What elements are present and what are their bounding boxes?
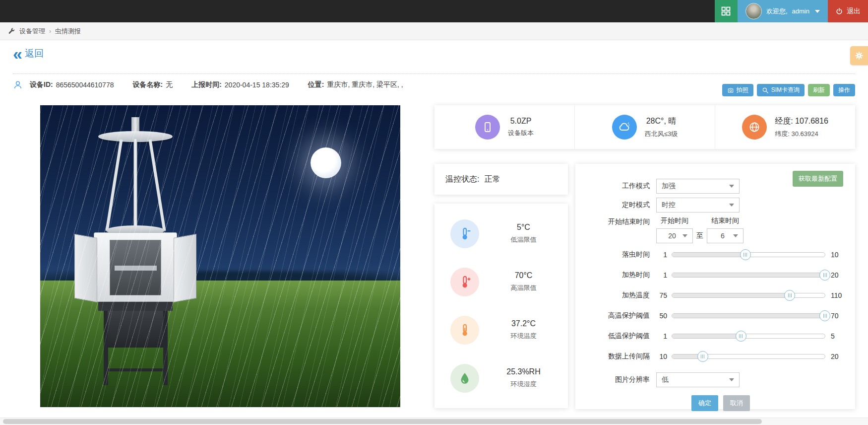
fetch-latest-config-button[interactable]: 获取最新配置 <box>793 171 843 187</box>
timer-mode-select[interactable]: 时控 <box>656 198 740 212</box>
weather-card: 28C°, 晴西北风≤3级 <box>574 105 715 149</box>
action-buttons: 拍照 SIM卡查询 刷新 操作 <box>722 84 855 96</box>
time-range-label: 开始结束时间 <box>575 217 650 226</box>
device-name: 设备名称: 无 <box>132 80 173 89</box>
device-location: 位置: 重庆市, 重庆市, 梁平区, , <box>308 80 403 89</box>
username: admin <box>792 7 809 15</box>
sensor-row-low-temp: 5°C低温限值 <box>434 219 568 248</box>
chevron-down-icon <box>682 234 687 237</box>
time-range-row: 开始结束时间 开始时间 20 至 结束时间 6 <box>575 216 855 243</box>
qr-code-button[interactable] <box>715 0 738 22</box>
settings-tab[interactable] <box>850 46 868 65</box>
slider-row: 加热温度 75 110 <box>575 291 855 300</box>
start-time-label: 开始时间 <box>661 216 688 225</box>
end-time-select[interactable]: 6 <box>707 228 744 243</box>
chevron-down-icon <box>729 185 734 188</box>
high-temp-protect-slider[interactable] <box>672 313 825 318</box>
avatar <box>745 3 762 19</box>
heating-time-slider[interactable] <box>672 273 825 278</box>
chevron-down-icon <box>733 234 738 237</box>
low-temp-protect-slider[interactable] <box>672 334 825 339</box>
timer-mode-label: 定时模式 <box>575 201 650 210</box>
weather-icon <box>612 115 637 140</box>
start-time-select[interactable]: 20 <box>656 228 693 243</box>
slider-row: 高温保护阈值 50 70 <box>575 311 855 320</box>
slider-handle[interactable] <box>784 290 795 301</box>
sensor-row-humidity: 25.3%RH环境湿度 <box>434 364 568 393</box>
upload-interval-slider[interactable] <box>672 354 825 359</box>
slider-handle[interactable] <box>819 310 830 321</box>
refresh-button[interactable]: 刷新 <box>808 84 830 96</box>
slider-row: 数据上传间隔 10 20 <box>575 352 855 361</box>
to-label: 至 <box>696 231 703 240</box>
user-menu[interactable]: 欢迎您, admin <box>738 0 828 22</box>
end-time-label: 结束时间 <box>711 216 739 225</box>
breadcrumb-item-device-management[interactable]: 设备管理 <box>19 27 45 36</box>
resolution-label: 图片分辨率 <box>575 375 650 384</box>
heating-temp-slider[interactable] <box>672 293 825 298</box>
topbar: 欢迎您, admin 退出 <box>0 0 868 22</box>
chevron-down-icon <box>729 204 734 207</box>
form-buttons: 确定 取消 <box>691 395 855 411</box>
summary-cards: 5.0ZP设备版本 28C°, 晴西北风≤3级 经度: 107.6816纬度: … <box>434 105 855 149</box>
version-card: 5.0ZP设备版本 <box>434 105 574 149</box>
back-icon: « <box>13 48 21 60</box>
wrench-icon <box>7 27 15 35</box>
sensor-readings: 5°C低温限值 70°C高温限值 37.2°C环境温度 25.3%RH环境湿度 <box>434 204 568 408</box>
confirm-button[interactable]: 确定 <box>691 395 718 411</box>
search-icon <box>762 87 769 94</box>
drop-insect-time-slider[interactable] <box>672 252 825 257</box>
moon <box>310 147 341 178</box>
timer-mode-row: 定时模式 时控 <box>575 198 855 212</box>
slider-handle[interactable] <box>697 351 708 362</box>
slider-handle[interactable] <box>736 331 746 342</box>
report-time: 上报时间: 2020-04-15 18:35:29 <box>191 80 289 89</box>
slider-row: 低温保护阈值 1 5 <box>575 332 855 341</box>
temp-control-status: 温控状态: 正常 <box>434 164 568 195</box>
globe-icon <box>742 115 767 140</box>
user-icon <box>13 80 23 90</box>
welcome-text: 欢迎您, <box>766 7 788 16</box>
chevron-down-icon <box>729 378 734 381</box>
pest-trap-device <box>91 117 180 395</box>
thermometer-low-icon <box>450 219 479 248</box>
temp-status-label: 温控状态: <box>445 174 479 185</box>
slider-row: 加热时间 1 20 <box>575 271 855 280</box>
back-label: 返回 <box>25 47 44 60</box>
work-mode-select[interactable]: 加强 <box>656 179 740 194</box>
humidity-icon <box>450 364 479 393</box>
device-photo <box>40 105 400 407</box>
slider-handle[interactable] <box>740 249 751 260</box>
logout-button[interactable]: 退出 <box>828 0 868 22</box>
sensor-row-high-temp: 70°C高温限值 <box>434 268 568 296</box>
gear-icon <box>855 51 864 60</box>
cancel-button[interactable]: 取消 <box>723 395 750 411</box>
breadcrumb-item-pest-report[interactable]: 虫情测报 <box>55 27 81 36</box>
work-mode-label: 工作模式 <box>575 182 650 191</box>
sensor-row-env-temp: 37.2°C环境温度 <box>434 316 568 345</box>
config-panel: 获取最新配置 工作模式 加强 定时模式 时控 开始结束时间 <box>575 164 855 409</box>
horizontal-scrollbar[interactable] <box>0 418 868 425</box>
scrollbar-thumb[interactable] <box>3 419 762 424</box>
breadcrumb: 设备管理 › 虫情测报 <box>0 22 868 40</box>
back-link[interactable]: « 返回 <box>13 47 44 60</box>
thermometer-high-icon <box>450 268 479 296</box>
device-id: 设备ID: 865650044610778 <box>30 80 114 89</box>
operate-button[interactable]: 操作 <box>833 84 855 96</box>
thermometer-env-icon <box>450 316 479 345</box>
chevron-down-icon <box>815 10 820 13</box>
logout-label: 退出 <box>847 7 861 16</box>
resolution-select[interactable]: 低 <box>656 372 740 387</box>
qr-grid-icon <box>721 6 731 16</box>
sim-query-button[interactable]: SIM卡查询 <box>757 84 805 96</box>
photo-button[interactable]: 拍照 <box>722 84 753 96</box>
slider-row: 落虫时间 1 10 <box>575 250 855 259</box>
temp-status-value: 正常 <box>484 174 500 185</box>
camera-icon <box>727 87 734 94</box>
page: 欢迎您, admin 退出 设备管理 › 虫情测报 « 返回 <box>0 0 868 425</box>
slider-handle[interactable] <box>819 270 830 281</box>
power-icon <box>835 7 843 15</box>
breadcrumb-separator: › <box>49 28 51 35</box>
resolution-row: 图片分辨率 低 <box>575 372 855 387</box>
coords-card: 经度: 107.6816纬度: 30.63924 <box>715 105 855 149</box>
